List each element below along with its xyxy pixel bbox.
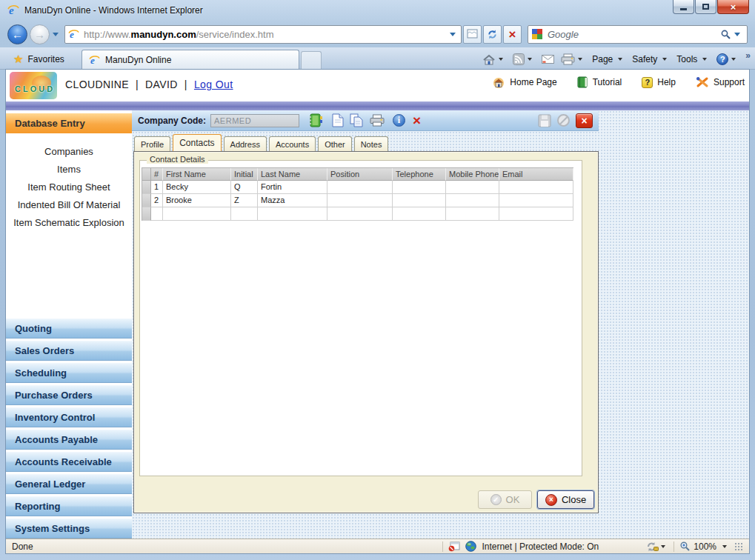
- home-page-link[interactable]: Home Page: [492, 76, 556, 88]
- support-link[interactable]: Support: [696, 76, 745, 88]
- search-options-dropdown[interactable]: [734, 33, 740, 36]
- exit-record-button[interactable]: ×: [576, 113, 593, 128]
- close-window-button[interactable]: ×: [717, 0, 749, 14]
- new-record-button[interactable]: [332, 113, 344, 127]
- cell-last-name[interactable]: Fortin: [258, 181, 327, 194]
- forward-button[interactable]: →: [30, 24, 50, 44]
- print-record-button[interactable]: [370, 114, 385, 127]
- search-icon[interactable]: [720, 29, 731, 40]
- row-selector[interactable]: [142, 207, 151, 221]
- copy-record-button[interactable]: [350, 113, 364, 127]
- read-mail-button[interactable]: [542, 55, 554, 64]
- close-button[interactable]: × Close: [537, 490, 594, 509]
- sidebar-item-companies[interactable]: Companies: [6, 143, 132, 161]
- tools-menu[interactable]: Tools: [676, 54, 710, 64]
- cell-position[interactable]: [327, 181, 393, 194]
- module-purchase-orders[interactable]: Purchase Orders: [6, 385, 132, 405]
- help-link[interactable]: ? Help: [642, 77, 676, 88]
- row-selector[interactable]: [142, 194, 151, 207]
- row-selector[interactable]: [142, 181, 151, 194]
- sidebar-item-items[interactable]: Items: [6, 161, 132, 179]
- delete-record-button[interactable]: ×: [413, 113, 421, 128]
- favorites-button[interactable]: ★ Favorites: [7, 50, 70, 67]
- new-tab-stub[interactable]: [301, 51, 322, 70]
- resize-grip[interactable]: [734, 542, 743, 551]
- table-row[interactable]: 2 Brooke Z Mazza: [142, 194, 573, 207]
- cell-number[interactable]: 1: [151, 181, 163, 194]
- table-row[interactable]: [142, 207, 573, 221]
- feeds-button[interactable]: [513, 53, 535, 65]
- module-inventory-control[interactable]: Inventory Control: [6, 407, 132, 427]
- cell-telephone[interactable]: [393, 181, 446, 194]
- module-quoting[interactable]: Quoting: [6, 319, 132, 339]
- print-button[interactable]: [561, 53, 585, 65]
- module-general-ledger[interactable]: General Ledger: [6, 474, 132, 494]
- cell-initial[interactable]: [231, 207, 258, 221]
- tab-profile[interactable]: Profile: [134, 136, 170, 151]
- cell-email[interactable]: [499, 207, 573, 221]
- back-button[interactable]: ←: [7, 24, 27, 44]
- tab-other[interactable]: Other: [318, 136, 352, 151]
- minimize-button[interactable]: [673, 0, 694, 14]
- refresh-button[interactable]: [483, 25, 502, 44]
- tab-contacts[interactable]: Contacts: [173, 134, 221, 151]
- page-menu[interactable]: Page: [592, 54, 625, 64]
- help-button[interactable]: ?: [716, 53, 739, 65]
- sidebar-item-item-routing-sheet[interactable]: Item Routing Sheet: [6, 179, 132, 196]
- search-box[interactable]: [528, 25, 748, 44]
- home-dropdown[interactable]: [499, 58, 503, 61]
- safety-menu[interactable]: Safety: [632, 54, 670, 64]
- compatibility-view-button[interactable]: [463, 25, 482, 44]
- cell-email[interactable]: [499, 181, 573, 194]
- module-accounts-receivable[interactable]: Accounts Receivable: [6, 452, 132, 472]
- feeds-dropdown[interactable]: [528, 58, 532, 61]
- module-sales-orders[interactable]: Sales Orders: [6, 341, 132, 361]
- stop-button[interactable]: ×: [503, 25, 522, 44]
- sidebar-section-database-entry[interactable]: Database Entry: [6, 113, 132, 133]
- module-accounts-payable[interactable]: Accounts Payable: [6, 430, 132, 450]
- command-overflow-button[interactable]: »: [745, 50, 751, 61]
- cell-telephone[interactable]: [393, 194, 446, 207]
- maximize-button[interactable]: [695, 0, 716, 14]
- tab-address[interactable]: Address: [224, 136, 267, 151]
- module-system-settings[interactable]: System Settings: [6, 519, 132, 539]
- cell-mobile-phone[interactable]: [446, 207, 499, 221]
- module-reporting[interactable]: Reporting: [6, 496, 132, 516]
- tab-notes[interactable]: Notes: [354, 136, 389, 151]
- cell-initial[interactable]: Z: [231, 194, 258, 207]
- cell-mobile-phone[interactable]: [446, 194, 499, 207]
- cell-last-name[interactable]: [258, 207, 327, 221]
- module-scheduling[interactable]: Scheduling: [6, 363, 132, 383]
- browse-records-button[interactable]: [308, 113, 323, 127]
- browser-tab-manudyn[interactable]: e ManuDyn Online: [82, 50, 299, 70]
- zoom-dropdown[interactable]: [722, 545, 727, 548]
- cell-position[interactable]: [327, 207, 393, 221]
- record-info-button[interactable]: i: [393, 114, 405, 127]
- cell-position[interactable]: [327, 194, 393, 207]
- cell-number[interactable]: [151, 207, 163, 221]
- popup-blocked-icon[interactable]: [448, 541, 460, 552]
- address-bar[interactable]: e http://www.manudyn.com/service/index.h…: [64, 25, 462, 44]
- tutorial-link[interactable]: Tutorial: [577, 76, 622, 88]
- cell-initial[interactable]: Q: [231, 181, 258, 194]
- cell-email[interactable]: [499, 194, 573, 207]
- table-row[interactable]: 1 Becky Q Fortin: [142, 181, 573, 194]
- home-button[interactable]: [482, 54, 506, 65]
- cell-number[interactable]: 2: [151, 194, 163, 207]
- print-dropdown[interactable]: [578, 58, 582, 61]
- smartscreen-dropdown[interactable]: [661, 545, 665, 548]
- cell-first-name[interactable]: Brooke: [163, 194, 231, 207]
- cell-telephone[interactable]: [393, 207, 446, 221]
- sidebar-item-indented-bill-of-material[interactable]: Indented Bill Of Material: [6, 196, 132, 214]
- sidebar-item-item-schematic-explosion[interactable]: Item Schematic Explosion: [6, 214, 132, 232]
- cell-last-name[interactable]: Mazza: [258, 194, 327, 207]
- tab-accounts[interactable]: Accounts: [269, 136, 316, 151]
- logout-link[interactable]: Log Out: [194, 79, 233, 90]
- cell-first-name[interactable]: [163, 207, 231, 221]
- recent-pages-dropdown[interactable]: [53, 33, 59, 36]
- help-dropdown[interactable]: [731, 58, 736, 61]
- search-input[interactable]: [546, 28, 720, 41]
- zoom-level[interactable]: 100%: [694, 541, 716, 552]
- smartscreen-icon[interactable]: [646, 541, 659, 552]
- cell-mobile-phone[interactable]: [446, 181, 499, 194]
